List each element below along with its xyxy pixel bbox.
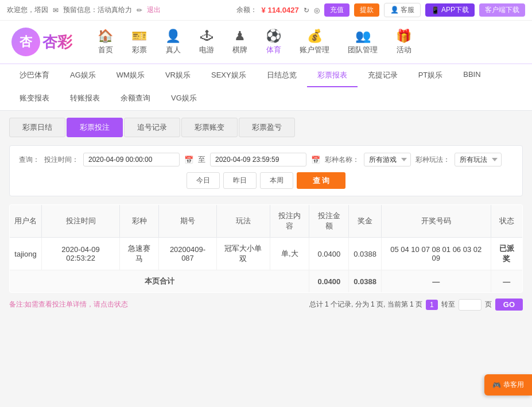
col-header: 用户名 <box>10 205 42 238</box>
tixian-button[interactable]: 提款 <box>354 3 379 17</box>
today-button[interactable]: 今日 <box>187 172 220 189</box>
inner-tab-lottery_account[interactable]: 彩票账变 <box>181 118 238 137</box>
nav-label-live: 真人 <box>166 45 181 55</box>
welcome-text: 欢迎您，塔因 <box>7 5 48 15</box>
sub-nav-item-pt[interactable]: PT娱乐 <box>408 64 453 87</box>
nav-item-home[interactable]: 🏠首页 <box>90 25 121 59</box>
sub-nav-item-shaba[interactable]: 沙巴体育 <box>9 64 60 87</box>
nav-item-sports[interactable]: ⚽体育 <box>258 25 289 59</box>
start-date-input[interactable] <box>83 153 180 166</box>
nav-item-lottery[interactable]: 🎫彩票 <box>123 25 155 59</box>
page-label: 页 <box>485 300 492 309</box>
sub-nav-item-recharge_record[interactable]: 充提记录 <box>358 64 408 87</box>
nav-icon-egame: 🕹 <box>200 29 213 44</box>
sub-nav: 沙巴体育AG娱乐WM娱乐VR娱乐SEXY娱乐日结总览彩票报表充提记录PT娱乐BB… <box>0 64 532 111</box>
sub-nav-item-account_report[interactable]: 账变报表 <box>9 87 60 110</box>
table-cell[interactable]: 已派奖 <box>491 238 523 270</box>
sub-nav-item-daily[interactable]: 日结总览 <box>257 64 307 87</box>
logout-link[interactable]: 退出 <box>147 5 161 15</box>
table-cell: 2020-04-09 02:53:22 <box>41 238 119 270</box>
thisweek-button[interactable]: 本周 <box>260 172 293 189</box>
table-cell: 05 04 10 07 08 01 06 03 02 09 <box>381 238 491 270</box>
nav-item-chess[interactable]: ♟棋牌 <box>224 25 255 59</box>
table-cell: 冠军大小单双 <box>216 238 270 270</box>
logo: 杏 杏彩 <box>11 28 72 56</box>
nav-icon-team: 👥 <box>355 29 371 44</box>
query-button[interactable]: 查 询 <box>297 172 346 189</box>
col-header: 投注金额 <box>309 205 349 238</box>
current-page-badge: 1 <box>426 300 438 310</box>
yesterday-button[interactable]: 昨日 <box>223 172 257 189</box>
app-download-button[interactable]: 📱 APP下载 <box>425 3 475 17</box>
nav-icon-live: 👤 <box>165 29 181 44</box>
eye-icon[interactable]: ◎ <box>314 6 320 14</box>
pagination-text: 总计 1 个记录, 分为 1 页, 当前第 1 页 <box>309 300 422 309</box>
client-download-button[interactable]: 客户端下载 <box>479 3 525 17</box>
logo-text: 杏彩 <box>42 32 72 52</box>
nav-item-activity[interactable]: 🎁活动 <box>388 25 420 59</box>
sub-nav-item-vg[interactable]: VG娱乐 <box>161 87 207 110</box>
nav-item-egame[interactable]: 🕹电游 <box>191 25 222 59</box>
subtotal-label: 本页合计 <box>10 270 309 293</box>
go-button[interactable]: GO <box>495 299 523 311</box>
nav-item-team[interactable]: 👥团队管理 <box>340 25 386 59</box>
nav-icon-home: 🏠 <box>98 29 113 44</box>
end-date-input[interactable] <box>210 153 306 166</box>
jump-label: 转至 <box>441 300 455 309</box>
chongzhi-button[interactable]: 充值 <box>324 3 350 17</box>
sub-nav-item-lottery_report[interactable]: 彩票报表 <box>307 64 358 87</box>
inner-tab-lottery_bet[interactable]: 彩票投注 <box>67 118 123 137</box>
nav-label-chess: 棋牌 <box>232 45 247 55</box>
kefu-icon: 👤 <box>390 6 399 14</box>
pagination-info: 总计 1 个记录, 分为 1 页, 当前第 1 页 1 转至 页 GO <box>309 299 523 311</box>
sub-nav-item-wm[interactable]: WM娱乐 <box>106 64 155 87</box>
nav-item-account[interactable]: 💰账户管理 <box>292 25 337 59</box>
calendar-icon: 📅 <box>184 156 193 164</box>
table-row: tajiong2020-04-09 02:53:22急速赛马20200409-0… <box>10 238 523 270</box>
calendar-icon-2: 📅 <box>311 156 320 164</box>
sub-nav-item-transfer_report[interactable]: 转账报表 <box>60 87 110 110</box>
sub-nav-item-sexy[interactable]: SEXY娱乐 <box>201 64 257 87</box>
time-label: 投注时间： <box>44 155 79 165</box>
edit-icon: ✏ <box>137 6 142 14</box>
col-header: 投注时间 <box>41 205 119 238</box>
sub-nav-item-bbin[interactable]: BBIN <box>453 64 491 87</box>
col-header: 状态 <box>491 205 523 238</box>
main-nav: 🏠首页🎫彩票👤真人🕹电游♟棋牌⚽体育💰账户管理👥团队管理🎁活动 <box>90 25 521 59</box>
nav-label-egame: 电游 <box>199 45 214 55</box>
sub-nav-item-vr[interactable]: VR娱乐 <box>155 64 201 87</box>
logo-icon: 杏 <box>11 28 40 56</box>
subtotal-value: 0.0388 <box>349 270 382 293</box>
lottery-select[interactable]: 所有游戏 <box>364 153 411 166</box>
nav-label-home: 首页 <box>98 45 113 55</box>
sub-nav-item-ag[interactable]: AG娱乐 <box>60 64 106 87</box>
col-header: 开奖号码 <box>381 205 491 238</box>
subtotal-value: — <box>381 270 491 293</box>
nav-label-activity: 活动 <box>397 45 411 55</box>
page-jump-input[interactable] <box>459 299 481 311</box>
nav-label-account: 账户管理 <box>300 45 329 55</box>
col-header: 期号 <box>159 205 216 238</box>
method-select[interactable]: 所有玩法 <box>455 153 502 166</box>
inner-tabs: 彩票日结彩票投注追号记录彩票账变彩票盈亏 <box>9 118 523 137</box>
col-header: 彩种 <box>120 205 159 238</box>
kefu-button[interactable]: 👤 客服 <box>384 3 421 17</box>
table-footer: 备注:如需查看投注单详情，请点击状态 总计 1 个记录, 分为 1 页, 当前第… <box>9 299 523 311</box>
inner-tab-lottery_profit[interactable]: 彩票盈亏 <box>239 118 295 137</box>
table-cell: tajiong <box>10 238 42 270</box>
table-cell: 单,大 <box>270 238 309 270</box>
nav-icon-activity: 🎁 <box>396 29 411 44</box>
table-cell: 0.0388 <box>349 238 382 270</box>
mobile-icon: 📱 <box>431 6 440 14</box>
date-separator: 至 <box>198 154 205 165</box>
refresh-icon[interactable]: ↻ <box>304 6 309 14</box>
inner-tab-lottery_daily[interactable]: 彩票日结 <box>9 118 65 137</box>
col-header: 玩法 <box>216 205 270 238</box>
inner-tab-chase_record[interactable]: 追号记录 <box>124 118 180 137</box>
balance-label: 余额： <box>236 5 257 15</box>
nav-icon-account: 💰 <box>307 29 323 44</box>
data-table: 用户名投注时间彩种期号玩法投注内容投注金额奖金开奖号码状态tajiong2020… <box>9 204 523 293</box>
nav-item-live[interactable]: 👤真人 <box>157 25 189 59</box>
sub-nav-item-balance_query[interactable]: 余额查询 <box>110 87 161 110</box>
notice-text: 备注:如需查看投注单详情，请点击状态 <box>9 300 128 309</box>
